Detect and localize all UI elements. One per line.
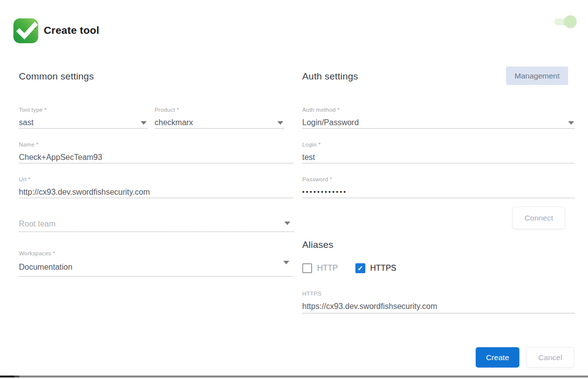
checkmarx-logo-icon [13, 18, 39, 44]
create-tool-dialog: Create tool Common settings Tool type * … [0, 0, 588, 379]
http-checkbox[interactable] [302, 263, 312, 273]
login-field[interactable]: Login * [302, 141, 575, 163]
scrollbar-thumb [0, 376, 14, 378]
password-label: Password * [302, 176, 575, 183]
scrollbar-track [19, 376, 588, 378]
alias-checkbox-row: HTTP ✓ HTTPS [302, 263, 396, 273]
toggle-thumb[interactable] [564, 15, 577, 28]
login-input[interactable] [302, 152, 575, 163]
workspaces-label: Workspaces * [19, 250, 293, 257]
name-label: Name * [19, 141, 293, 148]
chevron-down-icon[interactable] [283, 261, 289, 264]
workspaces-field[interactable]: Workspaces * Documentation [19, 250, 293, 277]
url-field[interactable]: Url * [19, 176, 293, 198]
aliases-heading: Aliases [302, 239, 334, 250]
name-input[interactable] [19, 152, 293, 163]
create-button[interactable]: Create [476, 347, 519, 368]
https-checkbox[interactable]: ✓ [355, 263, 365, 273]
tool-type-field[interactable]: Tool type * sast [19, 106, 148, 129]
name-field[interactable]: Name * [19, 141, 293, 163]
http-checkbox-label: HTTP [317, 264, 338, 273]
product-select[interactable]: checkmarx [155, 117, 284, 128]
password-field[interactable]: Password * [302, 176, 575, 198]
connect-button[interactable]: Connect [512, 207, 565, 229]
auth-method-field[interactable]: Auth method * Login/Password [302, 106, 575, 129]
https-alias-input[interactable] [302, 301, 575, 312]
password-input[interactable] [302, 187, 575, 198]
auth-settings-heading: Auth settings [302, 71, 358, 82]
https-checkbox-label: HTTPS [370, 264, 396, 273]
root-team-field[interactable]: Root team [19, 219, 294, 232]
tool-type-select[interactable]: sast [19, 117, 148, 128]
enable-toggle[interactable] [554, 18, 577, 25]
auth-method-select[interactable]: Login/Password [302, 117, 575, 128]
login-label: Login * [302, 141, 575, 148]
chevron-down-icon[interactable] [284, 222, 290, 225]
product-field[interactable]: Product * checkmarx [155, 106, 284, 129]
https-alias-field[interactable]: HTTPS [302, 290, 575, 313]
management-chip[interactable]: Management [506, 67, 568, 85]
chevron-down-icon[interactable] [568, 121, 574, 125]
product-label: Product * [155, 106, 284, 113]
chevron-down-icon[interactable] [277, 121, 283, 125]
window-bottom-edge [0, 376, 588, 378]
workspaces-select[interactable]: Documentation [19, 262, 293, 273]
tool-type-label: Tool type * [19, 106, 148, 113]
chevron-down-icon[interactable] [141, 121, 147, 125]
scrollbar-thumb-fade [14, 376, 19, 378]
https-alias-label: HTTPS [302, 290, 575, 297]
auth-method-label: Auth method * [302, 106, 575, 113]
page-title: Create tool [44, 24, 99, 36]
common-settings-heading: Common settings [19, 71, 94, 82]
url-input[interactable] [19, 187, 293, 198]
url-label: Url * [19, 176, 293, 183]
root-team-select[interactable]: Root team [19, 219, 294, 229]
cancel-button[interactable]: Cancel [526, 347, 574, 368]
check-icon: ✓ [357, 265, 363, 272]
